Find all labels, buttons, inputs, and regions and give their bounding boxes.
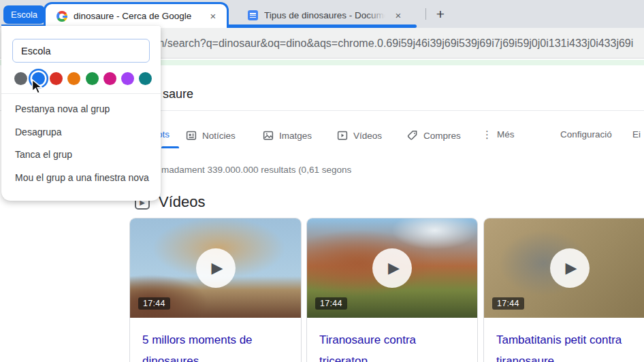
news-icon: [185, 129, 197, 142]
browser-window: saure ots Notícies Imatges Vídeos Compre…: [0, 0, 644, 362]
tab-videos-label: Vídeos: [353, 131, 382, 141]
video-title-link[interactable]: 5 millors moments de dinosaures: [130, 318, 301, 362]
close-tab-icon[interactable]: ×: [206, 10, 220, 23]
video-thumbnail-2[interactable]: ▶ 17:44: [307, 218, 477, 318]
tools-link[interactable]: Ei: [632, 129, 641, 139]
videos-section-title: Vídeos: [159, 193, 206, 211]
color-swatch-grey[interactable]: [14, 72, 27, 85]
tab-strip: Tipus de dinosaures - Document × + dinos…: [0, 0, 644, 28]
menu-item-ungroup[interactable]: Desagrupa: [1, 121, 161, 144]
results-stats: madament 339.000.000 resultats (0,61 seg…: [161, 165, 351, 175]
tab-noticies[interactable]: Notícies: [185, 129, 236, 142]
play-button-icon[interactable]: ▶: [550, 248, 590, 288]
color-swatch-purple[interactable]: [121, 72, 134, 85]
tab-mes-label: Més: [497, 129, 515, 139]
search-query-tail: saure: [163, 87, 193, 101]
close-tab-icon[interactable]: ×: [391, 8, 405, 22]
tab-separator: [425, 8, 426, 20]
tab-compres[interactable]: Compres: [406, 129, 461, 142]
video-title-link[interactable]: Tambatitanis petit contra tiranosaure: [484, 318, 644, 362]
tab-imatges-label: Imatges: [279, 131, 312, 141]
video-title-link[interactable]: Tiranosaure contra triceratop: [307, 318, 477, 362]
google-favicon: [57, 11, 67, 22]
new-tab-button[interactable]: +: [432, 5, 449, 23]
tab-compres-label: Compres: [423, 131, 461, 141]
menu-divider: [1, 93, 161, 94]
tab-group-chip[interactable]: Escola: [3, 5, 45, 24]
menu-items: Pestanya nova al grup Desagrupa Tanca el…: [1, 98, 161, 189]
tag-icon: [406, 129, 419, 142]
menu-item-new-tab-in-group[interactable]: Pestanya nova al grup: [1, 98, 161, 121]
color-swatch-cyan[interactable]: [139, 72, 152, 85]
google-docs-icon: [248, 10, 258, 20]
color-swatch-pink[interactable]: [103, 72, 116, 85]
menu-item-close-group[interactable]: Tanca el grup: [1, 144, 161, 167]
video-thumbnail-3[interactable]: ▶ 17:44: [484, 218, 644, 318]
video-card-2[interactable]: ▶ 17:44 Tiranosaure contra triceratop: [306, 218, 478, 362]
url-field[interactable]: m/search?q=dinosaur&oq=dino&aqs=chrome.0…: [155, 28, 644, 59]
video-duration-badge: 17:44: [492, 297, 524, 310]
video-duration-badge: 17:44: [315, 297, 347, 310]
tab-group-menu: Pestanya nova al grup Desagrupa Tanca el…: [1, 26, 161, 201]
menu-item-move-group-to-new-window[interactable]: Mou el grup a una finestra nova: [1, 167, 161, 190]
tab-imatges[interactable]: Imatges: [262, 129, 312, 142]
video-card-3[interactable]: ▶ 17:44 Tambatitanis petit contra tirano…: [483, 218, 644, 362]
tab-videos[interactable]: Vídeos: [336, 129, 382, 142]
video-thumbnail-1[interactable]: ▶ 17:44: [130, 218, 301, 318]
tab-google-search[interactable]: dinosaure - Cerca de Google ×: [44, 2, 229, 28]
color-swatch-red[interactable]: [50, 72, 63, 85]
tab-title: dinosaure - Cerca de Google: [74, 11, 200, 21]
video-icon: [336, 129, 349, 142]
video-card-1[interactable]: ▶ 17:44 5 millors moments de dinosaures: [129, 218, 302, 362]
tab-mes[interactable]: ⋮ Més: [482, 129, 515, 139]
tools-label: Ei: [632, 129, 641, 139]
group-name-input[interactable]: [12, 39, 150, 63]
selected-tab-underline: [161, 146, 179, 148]
color-swatch-row: [14, 72, 152, 85]
more-vertical-icon: ⋮: [482, 129, 492, 139]
color-swatch-blue[interactable]: [32, 72, 45, 85]
settings-label: Configuració: [560, 129, 612, 139]
color-swatch-green[interactable]: [86, 72, 99, 85]
settings-link[interactable]: Configuració: [560, 129, 612, 139]
tab-noticies-label: Notícies: [202, 131, 236, 141]
tab-title-fade: [366, 9, 385, 21]
color-swatch-orange[interactable]: [67, 72, 80, 85]
image-icon: [262, 129, 274, 142]
tab-docs[interactable]: Tipus de dinosaures - Document ×: [237, 4, 432, 26]
video-duration-badge: 17:44: [138, 297, 170, 310]
play-button-icon[interactable]: ▶: [196, 248, 236, 288]
play-button-icon[interactable]: ▶: [372, 248, 412, 288]
